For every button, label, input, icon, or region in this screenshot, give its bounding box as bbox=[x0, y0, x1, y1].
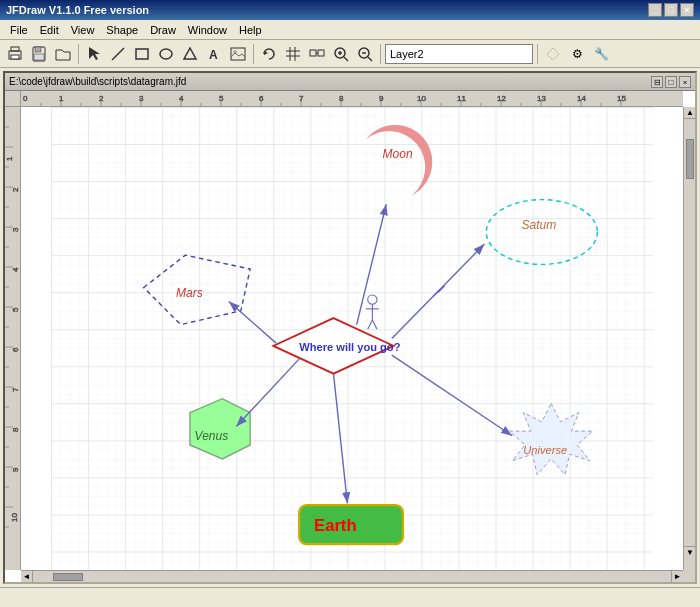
menu-draw[interactable]: Draw bbox=[144, 22, 182, 38]
moon-label: Moon bbox=[383, 147, 413, 161]
toolbar-rect[interactable] bbox=[131, 43, 153, 65]
svg-text:1: 1 bbox=[5, 156, 14, 161]
toolbar-fill[interactable] bbox=[542, 43, 564, 65]
svg-line-26 bbox=[368, 57, 372, 61]
diagram-svg: Moon Satum Mars Where will you go? bbox=[21, 107, 683, 570]
svg-rect-4 bbox=[35, 47, 41, 52]
document-area: E:\code\jfdraw\build\scripts\datagram.jf… bbox=[0, 68, 700, 587]
mars-label: Mars bbox=[176, 286, 203, 300]
menu-bar: File Edit View Shape Draw Window Help bbox=[0, 20, 700, 40]
svg-text:4: 4 bbox=[11, 267, 20, 272]
document-window: E:\code\jfdraw\build\scripts\datagram.jf… bbox=[3, 71, 697, 584]
toolbar: A ⚙ 🔧 bbox=[0, 40, 700, 68]
svg-text:0: 0 bbox=[23, 94, 28, 103]
menu-window[interactable]: Window bbox=[182, 22, 233, 38]
toolbar-line[interactable] bbox=[107, 43, 129, 65]
toolbar-ellipse[interactable] bbox=[155, 43, 177, 65]
svg-text:10: 10 bbox=[10, 513, 19, 522]
toolbar-rotate[interactable] bbox=[258, 43, 280, 65]
svg-text:13: 13 bbox=[537, 94, 546, 103]
ruler-vertical: 1 2 3 4 5 6 7 8 9 bbox=[5, 107, 21, 570]
menu-shape[interactable]: Shape bbox=[100, 22, 144, 38]
scrollbar-h-thumb[interactable] bbox=[53, 573, 83, 581]
menu-view[interactable]: View bbox=[65, 22, 101, 38]
svg-text:15: 15 bbox=[617, 94, 626, 103]
title-bar: JFDraw V1.1.0 Free version _ □ × bbox=[0, 0, 700, 20]
status-bar bbox=[0, 587, 700, 607]
svg-text:4: 4 bbox=[179, 94, 184, 103]
svg-text:3: 3 bbox=[11, 227, 20, 232]
doc-close-button[interactable]: × bbox=[679, 76, 691, 88]
toolbar-extra[interactable]: 🔧 bbox=[590, 43, 612, 65]
venus-label: Venus bbox=[195, 429, 229, 443]
svg-text:12: 12 bbox=[497, 94, 506, 103]
ruler-corner bbox=[5, 91, 21, 107]
svg-rect-1 bbox=[11, 47, 19, 51]
earth-label: Earth bbox=[314, 516, 357, 535]
svg-text:10: 10 bbox=[417, 94, 426, 103]
svg-text:1: 1 bbox=[59, 94, 64, 103]
close-button[interactable]: × bbox=[680, 3, 694, 17]
svg-text:5: 5 bbox=[219, 94, 224, 103]
toolbar-separator-1 bbox=[78, 44, 79, 64]
menu-file[interactable]: File bbox=[4, 22, 34, 38]
svg-rect-11 bbox=[231, 48, 245, 60]
svg-text:7: 7 bbox=[11, 387, 20, 392]
svg-text:9: 9 bbox=[11, 467, 20, 472]
svg-rect-18 bbox=[310, 50, 316, 56]
toolbar-print[interactable] bbox=[4, 43, 26, 65]
svg-text:6: 6 bbox=[259, 94, 264, 103]
svg-marker-9 bbox=[184, 48, 196, 59]
toolbar-select[interactable] bbox=[83, 43, 105, 65]
scrollbar-corner bbox=[683, 570, 695, 582]
scroll-up-button[interactable]: ▲ bbox=[684, 107, 696, 119]
maximize-button[interactable]: □ bbox=[664, 3, 678, 17]
toolbar-grid[interactable] bbox=[282, 43, 304, 65]
menu-help[interactable]: Help bbox=[233, 22, 268, 38]
toolbar-group[interactable] bbox=[306, 43, 328, 65]
toolbar-triangle[interactable] bbox=[179, 43, 201, 65]
earth-node[interactable]: Earth bbox=[299, 505, 403, 544]
docwindow-controls[interactable]: ⊟ □ × bbox=[651, 76, 691, 88]
toolbar-zoom-in[interactable] bbox=[330, 43, 352, 65]
svg-rect-2 bbox=[11, 55, 19, 59]
svg-marker-13 bbox=[264, 51, 268, 55]
titlebar-controls[interactable]: _ □ × bbox=[648, 3, 694, 17]
svg-text:14: 14 bbox=[577, 94, 586, 103]
toolbar-separator-3 bbox=[380, 44, 381, 64]
menu-edit[interactable]: Edit bbox=[34, 22, 65, 38]
svg-point-8 bbox=[160, 49, 172, 59]
scrollbar-vertical[interactable]: ▲ ▼ bbox=[683, 107, 695, 570]
document-path: E:\code\jfdraw\build\scripts\datagram.jf… bbox=[9, 76, 186, 87]
app-title: JFDraw V1.1.0 Free version bbox=[6, 4, 149, 16]
toolbar-zoom-out[interactable] bbox=[354, 43, 376, 65]
scrollbar-v-thumb[interactable] bbox=[686, 139, 694, 179]
doc-maximize-button[interactable]: □ bbox=[665, 76, 677, 88]
toolbar-image[interactable] bbox=[227, 43, 249, 65]
svg-rect-75 bbox=[5, 107, 21, 570]
svg-text:2: 2 bbox=[11, 187, 20, 192]
scroll-left-button[interactable]: ◄ bbox=[21, 571, 33, 583]
toolbar-open[interactable] bbox=[52, 43, 74, 65]
toolbar-settings[interactable]: ⚙ bbox=[566, 43, 588, 65]
svg-text:7: 7 bbox=[299, 94, 304, 103]
scrollbar-horizontal[interactable]: ◄ ► bbox=[21, 570, 683, 582]
svg-line-6 bbox=[112, 48, 124, 60]
toolbar-separator-4 bbox=[537, 44, 538, 64]
drawing-canvas[interactable]: Moon Satum Mars Where will you go? bbox=[21, 107, 683, 570]
layer-input[interactable] bbox=[385, 44, 533, 64]
toolbar-save[interactable] bbox=[28, 43, 50, 65]
svg-text:9: 9 bbox=[379, 94, 384, 103]
minimize-button[interactable]: _ bbox=[648, 3, 662, 17]
svg-text:5: 5 bbox=[11, 307, 20, 312]
scroll-right-button[interactable]: ► bbox=[671, 571, 683, 583]
svg-text:A: A bbox=[209, 48, 218, 62]
svg-rect-5 bbox=[34, 54, 44, 60]
svg-line-22 bbox=[344, 57, 348, 61]
scroll-down-button[interactable]: ▼ bbox=[684, 546, 696, 558]
document-titlebar: E:\code\jfdraw\build\scripts\datagram.jf… bbox=[5, 73, 695, 91]
toolbar-separator-2 bbox=[253, 44, 254, 64]
doc-minimize-button[interactable]: ⊟ bbox=[651, 76, 663, 88]
universe-label: Universe bbox=[523, 444, 567, 456]
toolbar-text[interactable]: A bbox=[203, 43, 225, 65]
